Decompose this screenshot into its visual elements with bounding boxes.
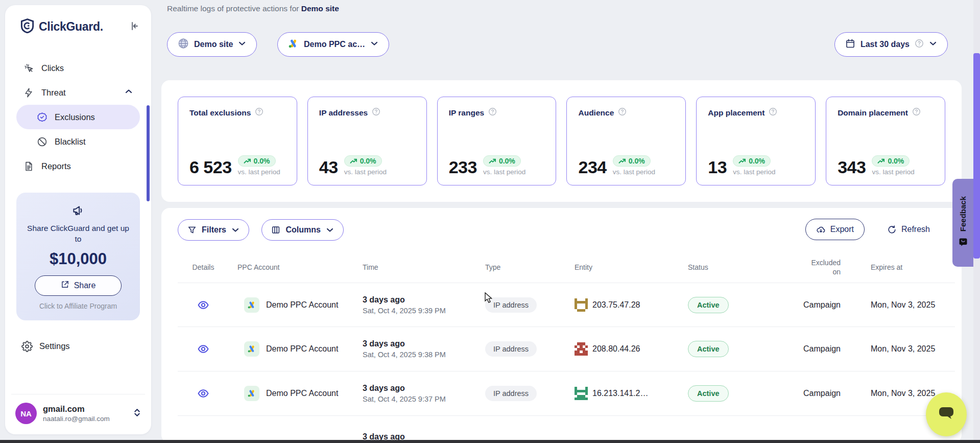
feedback-tab[interactable]: Feedback (952, 179, 973, 267)
table-row: Demo PPC Account 3 days ago Sat, Oct 4, … (178, 327, 955, 371)
stat-caption: vs. last period (238, 168, 280, 176)
chat-launcher-button[interactable] (926, 392, 967, 436)
stat-card: IP ranges 233 0.0% vs. last period (437, 97, 557, 185)
stat-card-title: App placement (708, 108, 764, 118)
status-badge: Active (688, 341, 729, 357)
row-entity-cell: 16.213.141.2… (566, 387, 679, 400)
chevron-down-icon (370, 39, 378, 50)
sidebar-item-label: Reports (41, 161, 133, 171)
clickguard-logo-icon (20, 18, 34, 35)
sidebar-nav: Clicks Threat (16, 56, 140, 178)
columns-label: Columns (285, 225, 320, 235)
ppc-selector-label: Demo PPC ac… (304, 40, 365, 49)
badge-check-icon (37, 112, 47, 123)
table-row: Demo PPC Account 3 days ago Sat, Oct 4, … (178, 283, 955, 327)
column-header-excluded-on: Excluded on (756, 258, 841, 276)
stat-caption: vs. last period (872, 168, 914, 176)
row-details-cell[interactable] (178, 343, 229, 355)
refresh-button[interactable]: Refresh (887, 219, 930, 240)
ppc-account-selector[interactable]: Demo PPC ac… (277, 32, 389, 57)
chevron-down-icon (238, 39, 246, 50)
chat-bubble-icon (938, 405, 955, 424)
globe-icon (178, 38, 189, 51)
promo-amount: $10,000 (25, 250, 132, 268)
date-range-label: Last 30 days (861, 40, 910, 49)
table-row: 3 days ago (178, 416, 955, 443)
document-icon (23, 161, 34, 172)
trend-up-icon (877, 158, 885, 165)
help-circle-icon[interactable] (488, 107, 497, 118)
logo: ClickGuard. (16, 18, 140, 35)
export-button[interactable]: Export (805, 219, 865, 240)
help-circle-icon[interactable] (618, 107, 627, 118)
sidebar-item-reports[interactable]: Reports (16, 154, 140, 178)
eye-icon (197, 343, 209, 355)
help-circle-icon[interactable] (255, 107, 264, 118)
help-circle-icon[interactable] (769, 107, 777, 118)
google-ads-icon (244, 297, 259, 313)
share-button[interactable]: Share (35, 275, 122, 296)
sidebar-item-exclusions[interactable]: Exclusions (16, 105, 140, 129)
export-label: Export (830, 225, 854, 234)
unfold-icon (133, 408, 141, 419)
trend-up-icon (350, 158, 357, 165)
stat-delta-badge: 0.0% (613, 155, 651, 167)
sidebar-item-clicks[interactable]: Clicks (16, 56, 140, 80)
trend-up-icon (489, 158, 496, 165)
stat-card: Total exclusions 6 523 0.0% vs. last per… (178, 97, 297, 185)
row-time-cell: 3 days ago Sat, Oct 4, 2025 9:37 PM (354, 384, 476, 403)
row-type-cell: IP address (476, 297, 566, 313)
table-header: Details PPC Account Time Type Entity Sta… (161, 245, 962, 276)
row-ppc-account-cell: Demo PPC Account (229, 341, 354, 357)
column-header-expires-at: Expires at (841, 263, 955, 271)
promo-text: Share ClickGuard and get up to (25, 223, 132, 245)
stat-delta-badge: 0.0% (872, 155, 910, 167)
stat-delta-badge: 0.0% (733, 155, 771, 167)
feedback-label: Feedback (959, 196, 967, 231)
trend-up-icon (618, 158, 626, 165)
account-switcher[interactable]: NA gmail.com naatali.ro@gmail.com (11, 394, 145, 427)
collapse-sidebar-icon[interactable] (130, 21, 140, 33)
filters-button[interactable]: Filters (178, 219, 249, 241)
sidebar: ClickGuard. Clicks (5, 5, 151, 434)
stat-card-value: 233 (449, 158, 477, 176)
time-full: Sat, Oct 4, 2025 9:37 PM (363, 395, 476, 403)
ppc-account-name: Demo PPC Account (266, 389, 338, 398)
site-selector[interactable]: Demo site (167, 32, 257, 57)
refresh-label: Refresh (901, 225, 930, 234)
chevron-down-icon (231, 226, 240, 234)
row-time-cell: 3 days ago Sat, Oct 4, 2025 9:39 PM (354, 295, 476, 315)
date-range-selector[interactable]: Last 30 days (834, 32, 948, 57)
row-status-cell: Active (679, 297, 756, 313)
stat-card-value: 234 (578, 158, 606, 176)
stat-card-title: Domain placement (838, 108, 908, 118)
help-circle-icon[interactable] (915, 39, 924, 50)
columns-button[interactable]: Columns (261, 219, 343, 241)
affiliate-caption[interactable]: Click to Affiliate Program (25, 302, 132, 310)
column-header-time: Time (354, 263, 476, 271)
sidebar-item-label: Threat (41, 88, 117, 98)
row-details-cell[interactable] (178, 299, 229, 311)
ban-icon (37, 136, 47, 147)
help-circle-icon[interactable] (372, 107, 380, 118)
sidebar-item-blacklist[interactable]: Blacklist (16, 129, 140, 154)
sidebar-item-settings[interactable]: Settings (16, 341, 140, 352)
page-scrollbar-thumb[interactable] (973, 53, 980, 259)
ppc-account-name: Demo PPC Account (266, 300, 338, 310)
google-ads-icon (244, 341, 259, 357)
stat-card-value: 343 (838, 158, 866, 176)
ppc-account-name: Demo PPC Account (266, 344, 338, 354)
sidebar-item-threat[interactable]: Threat (16, 80, 140, 105)
account-email: naatali.ro@gmail.com (43, 415, 127, 423)
status-badge: Active (688, 385, 729, 402)
help-circle-icon[interactable] (912, 107, 921, 118)
stat-card-title: Audience (578, 108, 614, 118)
trend-up-icon (738, 158, 746, 165)
eye-icon (197, 299, 209, 311)
sidebar-scrollbar[interactable] (147, 105, 150, 201)
window-bottom-edge (0, 440, 980, 443)
filters-label: Filters (202, 225, 226, 235)
stat-delta-badge: 0.0% (344, 155, 382, 167)
row-details-cell[interactable] (178, 387, 229, 400)
share-button-label: Share (74, 281, 96, 290)
